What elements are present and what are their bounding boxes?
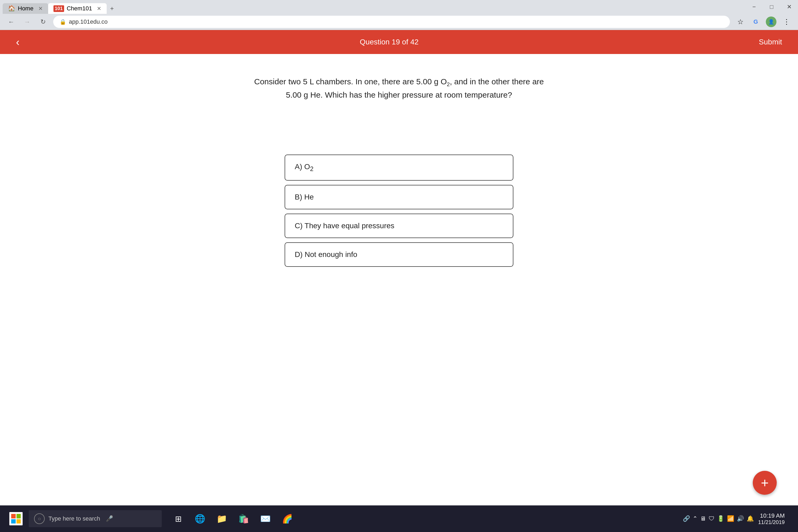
home-tab-close[interactable]: ✕ bbox=[38, 5, 43, 12]
taskbar-edge[interactable]: 🌐 bbox=[190, 509, 210, 529]
address-bar: ← → ↻ 🔒 app.101edu.co ☆ G 👤 ⋮ bbox=[0, 14, 798, 30]
network-icon: 🔗 bbox=[683, 515, 690, 522]
title-bar: 🏠 Home ✕ 101 Chem101 ✕ + − □ ✕ bbox=[0, 0, 798, 14]
monitor-icon: 🖥 bbox=[700, 515, 706, 522]
google-button[interactable]: G bbox=[749, 16, 762, 28]
app-wrapper: ‹ Question 19 of 42 Submit Consider two … bbox=[0, 30, 798, 506]
search-icon: ○ bbox=[34, 513, 45, 524]
tab-strip: 🏠 Home ✕ 101 Chem101 ✕ + bbox=[3, 0, 743, 14]
taskbar-store[interactable]: 🛍️ bbox=[233, 509, 254, 529]
address-text: app.101edu.co bbox=[69, 18, 108, 25]
window-controls: − □ ✕ bbox=[748, 1, 795, 13]
menu-button[interactable]: ⋮ bbox=[780, 16, 793, 28]
microphone-icon: 🎤 bbox=[106, 515, 113, 522]
question-area: Consider two 5 L chambers. In one, there… bbox=[0, 54, 798, 506]
question-progress: Question 19 of 42 bbox=[360, 38, 419, 46]
tray-icons: 🔗 ⌃ 🖥 🛡 🔋 📶 🔊 🔔 bbox=[683, 515, 754, 522]
volume-icon[interactable]: 🔊 bbox=[737, 515, 744, 522]
notification-icon[interactable]: 🔔 bbox=[747, 515, 754, 522]
start-button[interactable] bbox=[5, 508, 26, 529]
profile-button[interactable]: 👤 bbox=[765, 16, 777, 28]
antivirus-icon: 🛡 bbox=[709, 515, 715, 522]
choices-container: A) O2 B) He C) They have equal pressures… bbox=[285, 155, 513, 267]
refresh-button[interactable]: ↻ bbox=[37, 16, 49, 28]
taskbar-chrome[interactable]: 🌈 bbox=[277, 509, 298, 529]
taskbar-mail[interactable]: ✉️ bbox=[255, 509, 276, 529]
forward-button[interactable]: → bbox=[21, 16, 33, 28]
choice-d[interactable]: D) Not enough info bbox=[285, 242, 513, 267]
maximize-button[interactable]: □ bbox=[765, 1, 778, 13]
back-button[interactable]: ← bbox=[5, 16, 17, 28]
taskbar-file-explorer[interactable]: 📁 bbox=[212, 509, 232, 529]
home-tab-label: Home bbox=[18, 5, 34, 12]
close-button[interactable]: ✕ bbox=[783, 1, 795, 13]
choice-c[interactable]: C) They have equal pressures bbox=[285, 214, 513, 238]
star-button[interactable]: ☆ bbox=[734, 16, 746, 28]
windows-logo bbox=[9, 512, 23, 525]
tab-home[interactable]: 🏠 Home ✕ bbox=[3, 3, 48, 14]
up-arrow-icon[interactable]: ⌃ bbox=[693, 515, 698, 522]
question-text: Consider two 5 L chambers. In one, there… bbox=[254, 75, 544, 101]
taskbar-items: ⊞ 🌐 📁 🛍️ ✉️ 🌈 bbox=[168, 509, 298, 529]
taskbar: ○ Type here to search 🎤 ⊞ 🌐 📁 🛍️ ✉️ 🌈 🔗 … bbox=[0, 506, 798, 532]
wifi-icon: 📶 bbox=[727, 515, 734, 522]
taskbar-task-view[interactable]: ⊞ bbox=[168, 509, 188, 529]
battery-icon: 🔋 bbox=[717, 515, 724, 522]
minimize-button[interactable]: − bbox=[748, 1, 760, 13]
system-tray: 🔗 ⌃ 🖥 🛡 🔋 📶 🔊 🔔 10:19 AM 11/21/2019 bbox=[683, 512, 793, 525]
home-tab-icon: 🏠 bbox=[8, 5, 15, 12]
chem101-tab-icon: 101 bbox=[54, 5, 64, 12]
choice-a[interactable]: A) O2 bbox=[285, 155, 513, 180]
choice-b[interactable]: B) He bbox=[285, 185, 513, 209]
taskbar-search[interactable]: ○ Type here to search 🎤 bbox=[29, 510, 162, 527]
browser-actions: ☆ G 👤 ⋮ bbox=[734, 16, 793, 28]
search-placeholder: Type here to search bbox=[49, 515, 100, 522]
new-tab-button[interactable]: + bbox=[107, 3, 117, 14]
clock[interactable]: 10:19 AM 11/21/2019 bbox=[758, 512, 785, 525]
app-back-button[interactable]: ‹ bbox=[16, 36, 19, 48]
browser-chrome: 🏠 Home ✕ 101 Chem101 ✕ + − □ ✕ ← → ↻ 🔒 a bbox=[0, 0, 798, 30]
chem101-tab-label: Chem101 bbox=[67, 5, 92, 12]
clock-time: 10:19 AM bbox=[758, 512, 785, 519]
fab-button[interactable]: + bbox=[753, 471, 777, 495]
clock-date: 11/21/2019 bbox=[758, 519, 785, 525]
chem101-tab-close[interactable]: ✕ bbox=[97, 5, 101, 12]
address-input[interactable]: 🔒 app.101edu.co bbox=[53, 16, 730, 28]
app-header: ‹ Question 19 of 42 Submit bbox=[0, 30, 798, 54]
tab-chem101[interactable]: 101 Chem101 ✕ bbox=[48, 3, 107, 14]
submit-button[interactable]: Submit bbox=[759, 38, 782, 46]
lock-icon: 🔒 bbox=[60, 19, 66, 25]
